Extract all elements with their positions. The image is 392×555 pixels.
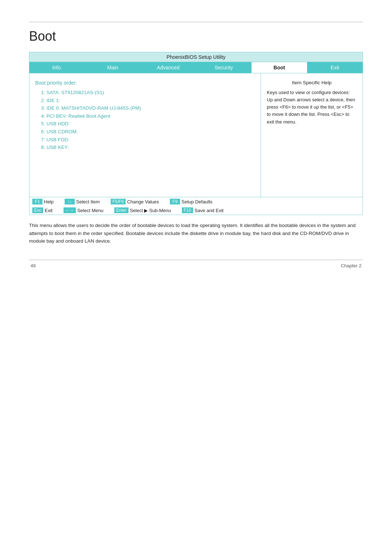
boot-item-5[interactable]: 5: USB HDD: <box>41 120 255 128</box>
f10-desc: Save and Exit <box>195 208 224 213</box>
updown-badge: ↑↓ <box>65 199 75 204</box>
boot-item-4[interactable]: 4: PCI BEV: Realtek Boot Agent <box>41 112 255 120</box>
bios-keys-row-1: F1 Help ↑↓ Select Item F5/F6 Change Valu… <box>29 197 363 206</box>
leftright-badge: ←→ <box>64 207 76 213</box>
bios-content: Boot priority order: 1: SATA: ST9120821A… <box>29 73 363 197</box>
enter-desc: Select ▶ Sub-Menu <box>130 208 171 213</box>
f5f6-badge: F5/F6 <box>111 199 126 204</box>
updown-desc: Select Item <box>76 199 100 204</box>
bios-keys-row-2: Esc Exit ←→ Select Menu Enter Select ▶ S… <box>29 206 363 215</box>
enter-badge: Enter <box>114 207 128 213</box>
bios-right-panel: Item Specific Help Keys used to view or … <box>261 73 363 197</box>
f10-badge: F10 <box>182 207 193 213</box>
nav-item-boot[interactable]: Boot <box>252 62 307 73</box>
boot-item-8[interactable]: 8: USB KEY: <box>41 143 255 151</box>
boot-item-1[interactable]: 1: SATA: ST9120821AS-(S1) <box>41 89 255 97</box>
chapter: Chapter 2 <box>341 263 362 268</box>
boot-priority-label: Boot priority order: <box>35 80 255 86</box>
f5f6-desc: Change Values <box>127 199 159 204</box>
nav-item-security[interactable]: Security <box>196 62 252 73</box>
page-title: Boot <box>29 29 363 44</box>
f1-badge: F1 <box>32 199 42 204</box>
nav-item-advanced[interactable]: Advanced <box>140 62 196 73</box>
nav-item-main[interactable]: Main <box>85 62 140 73</box>
esc-desc: Exit <box>45 208 53 213</box>
boot-item-6[interactable]: 6: USB CDROM: <box>41 128 255 136</box>
boot-item-7[interactable]: 7: USB FDD: <box>41 136 255 144</box>
bios-nav: Info. Main Advanced Security Boot Exit <box>29 62 363 73</box>
item-specific-help-title: Item Specific Help <box>267 80 357 85</box>
nav-item-exit[interactable]: Exit <box>307 62 363 73</box>
top-divider <box>29 22 363 22</box>
f9-desc: Setup Defaults <box>181 199 212 204</box>
item-specific-help-text: Keys used to view or configure devices: … <box>267 89 357 126</box>
leftright-desc: Select Menu <box>77 208 103 213</box>
boot-item-3[interactable]: 3: IDE 0: MATSHITADVD-RAM UJ-845S-(PM) <box>41 104 255 112</box>
esc-badge: Esc <box>32 207 43 213</box>
f9-badge: F9 <box>170 199 180 204</box>
boot-item-2[interactable]: 2: IDE 1: <box>41 97 255 105</box>
page-number: 48 <box>30 263 36 268</box>
bios-keys: F1 Help ↑↓ Select Item F5/F6 Change Valu… <box>29 197 363 215</box>
bios-title-bar: PhoenixBIOS Setup Utility <box>29 52 363 62</box>
footer: 48 Chapter 2 <box>29 263 363 268</box>
nav-item-info[interactable]: Info. <box>29 62 85 73</box>
bios-setup-utility: PhoenixBIOS Setup Utility Info. Main Adv… <box>29 52 363 215</box>
bios-left-panel: Boot priority order: 1: SATA: ST9120821A… <box>29 73 261 197</box>
bios-description: This menu allows the users to decide the… <box>29 222 363 245</box>
bottom-divider <box>29 260 363 260</box>
f1-desc: Help <box>44 199 54 204</box>
